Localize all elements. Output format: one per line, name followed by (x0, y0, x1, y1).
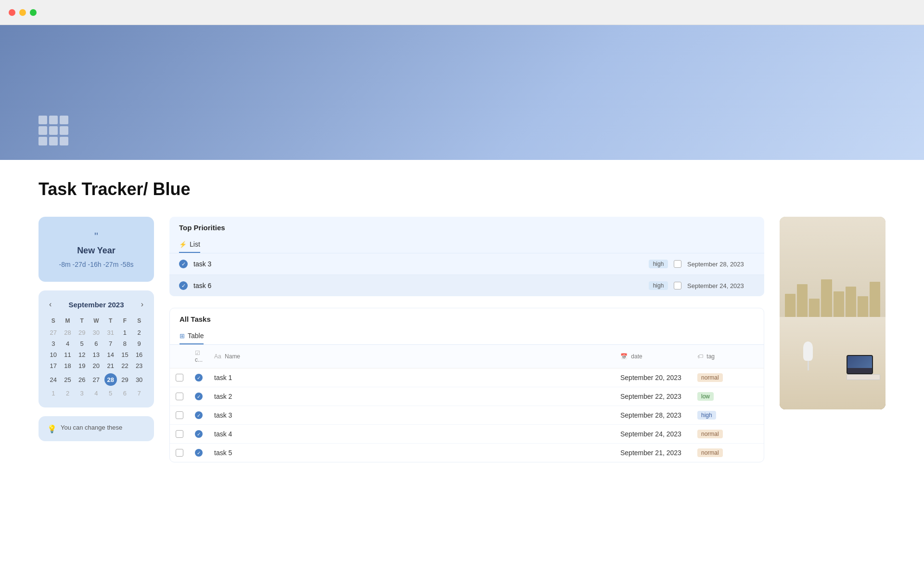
calendar-day[interactable]: 3 (75, 388, 89, 399)
calendar-day[interactable]: 5 (75, 338, 89, 349)
calendar-day[interactable]: 7 (103, 338, 118, 349)
task-done-icon[interactable] (195, 430, 203, 438)
calendar-day[interactable]: 16 (132, 349, 146, 360)
calendar-day[interactable]: 1 (46, 388, 61, 399)
row-tag-cell: low (692, 387, 744, 406)
calendar-day[interactable]: 9 (132, 338, 146, 349)
calendar-day[interactable]: 29 (118, 371, 132, 388)
row-date-cell: September 21, 2023 (615, 444, 692, 462)
table-header-row: ☑ c... Aa Name 📅 date 🏷 tag (170, 345, 764, 368)
calendar-day[interactable]: 6 (118, 388, 132, 399)
calendar-week-row: 10111213141516 (46, 349, 146, 360)
lamp-body (803, 342, 813, 361)
cal-weekday-sun: S (46, 316, 61, 327)
calendar-week-row: 3456789 (46, 338, 146, 349)
list-tab[interactable]: ⚡ List (179, 236, 200, 253)
row-date-cell: September 22, 2023 (615, 387, 692, 406)
task-done-icon[interactable] (195, 411, 203, 419)
calendar-day[interactable]: 30 (89, 327, 103, 338)
row-checkbox-cell (170, 387, 189, 406)
calendar-day[interactable]: 14 (103, 349, 118, 360)
calendar-day[interactable]: 22 (118, 360, 132, 371)
tag-badge: normal (697, 448, 723, 457)
list-tab-label: List (190, 240, 200, 248)
calendar-day[interactable]: 12 (75, 349, 89, 360)
calendar-day[interactable]: 6 (89, 338, 103, 349)
task-checkbox[interactable] (176, 449, 183, 457)
calendar-day[interactable]: 11 (61, 349, 75, 360)
calendar-day[interactable]: 23 (132, 360, 146, 371)
note-text: You can change these (61, 424, 122, 431)
task-done-checkbox[interactable] (179, 281, 188, 290)
calendar-day[interactable]: 15 (118, 349, 132, 360)
table-row: task 1 September 20, 2023 normal (170, 368, 764, 387)
calendar-card: ‹ September 2023 › S M T W T F S (38, 290, 154, 407)
calendar-day[interactable]: 20 (89, 360, 103, 371)
priority-empty-checkbox[interactable] (674, 260, 681, 268)
task-done-icon[interactable] (195, 393, 203, 400)
all-tasks-section: All Tasks ⊞ Table ☑ c... Aa Name 📅 date (169, 308, 764, 462)
calendar-day[interactable]: 1 (118, 327, 132, 338)
calendar-day[interactable]: 29 (75, 327, 89, 338)
row-date-cell: September 28, 2023 (615, 406, 692, 425)
calendar-day[interactable]: 28 (103, 371, 118, 388)
calendar-day[interactable]: 5 (103, 388, 118, 399)
banner (0, 25, 924, 160)
calendar-day[interactable]: 30 (132, 371, 146, 388)
calendar-day[interactable]: 25 (61, 371, 75, 388)
calendar-day[interactable]: 13 (89, 349, 103, 360)
row-name-cell: task 5 (208, 444, 615, 462)
task-checkbox[interactable] (176, 430, 183, 438)
priority-empty-checkbox[interactable] (674, 282, 681, 289)
minimize-button[interactable] (19, 9, 26, 16)
calendar-day[interactable]: 4 (89, 388, 103, 399)
task-name: task 4 (214, 430, 232, 438)
middle-column: Top Priorities ⚡ List task 3 high Septem… (169, 217, 764, 462)
calendar-week-row: 272829303112 (46, 327, 146, 338)
row-tag-cell: high (692, 406, 744, 425)
task-checkbox[interactable] (176, 393, 183, 400)
calendar-next-button[interactable]: › (138, 299, 146, 310)
calendar-day[interactable]: 8 (118, 338, 132, 349)
calendar-day[interactable]: 17 (46, 360, 61, 371)
task-done-icon[interactable] (195, 449, 203, 457)
calendar-day[interactable]: 10 (46, 349, 61, 360)
calendar-day[interactable]: 18 (61, 360, 75, 371)
calendar-day[interactable]: 24 (46, 371, 61, 388)
calendar-day[interactable]: 2 (132, 327, 146, 338)
priority-badge: high (649, 260, 668, 268)
building (821, 279, 832, 323)
task-done-checkbox[interactable] (179, 260, 188, 268)
table-tab-icon: ⊞ (180, 332, 185, 340)
calendar-prev-button[interactable]: ‹ (46, 299, 54, 310)
calendar-day[interactable]: 21 (103, 360, 118, 371)
calendar-day[interactable]: 3 (46, 338, 61, 349)
close-button[interactable] (9, 9, 15, 16)
calendar-day[interactable]: 28 (61, 327, 75, 338)
calendar-day[interactable]: 2 (61, 388, 75, 399)
task-done-icon[interactable] (195, 374, 203, 381)
task-checkbox[interactable] (176, 374, 183, 381)
browser-chrome (0, 0, 924, 25)
calendar-day[interactable]: 27 (46, 327, 61, 338)
calendar-day[interactable]: 26 (75, 371, 89, 388)
calendar-day[interactable]: 27 (89, 371, 103, 388)
logo-cell (49, 116, 58, 124)
task-name-container: task 1 (214, 374, 609, 381)
table-row: task 2 September 22, 2023 low (170, 387, 764, 406)
row-date-cell: September 24, 2023 (615, 425, 692, 444)
calendar-day[interactable]: 7 (132, 388, 146, 399)
calendar-day[interactable]: 4 (61, 338, 75, 349)
table-row: task 3 September 28, 2023 high (170, 406, 764, 425)
priority-badge: high (649, 281, 668, 290)
table-row: task 4 September 24, 2023 normal (170, 425, 764, 444)
task-checkbox[interactable] (176, 411, 183, 419)
calendar-day[interactable]: 31 (103, 327, 118, 338)
row-name-cell: task 1 (208, 368, 615, 387)
maximize-button[interactable] (30, 9, 37, 16)
calendar-week-row: 1234567 (46, 388, 146, 399)
table-tab[interactable]: ⊞ Table (180, 328, 204, 344)
calendar-day[interactable]: 19 (75, 360, 89, 371)
logo-cell (49, 126, 58, 135)
quote-timer: -8m -27d -16h -27m -58s (48, 261, 144, 268)
